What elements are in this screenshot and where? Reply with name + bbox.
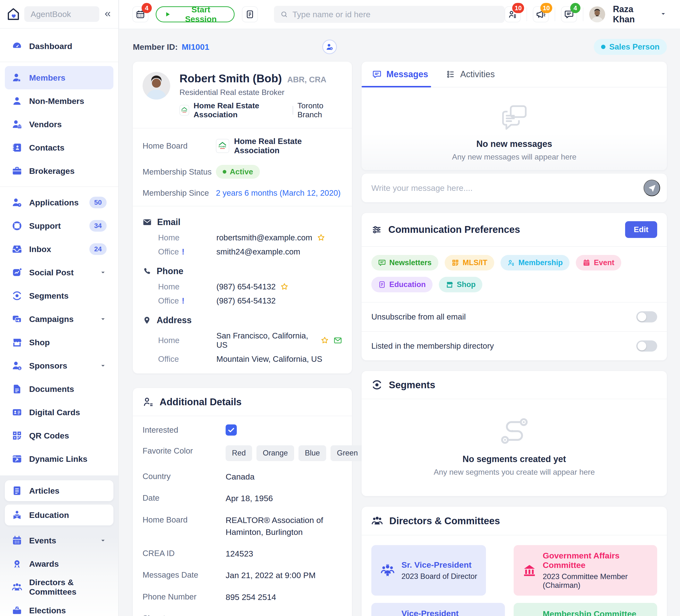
interested-checkbox[interactable]: [226, 424, 237, 436]
signature-image: steven jobs: [225, 610, 289, 616]
chat-icon: [372, 70, 381, 79]
committee-grid: Sr. Vice-President 2023 Board of Directo…: [362, 535, 667, 616]
sidebar-collapse-button[interactable]: [103, 10, 112, 19]
user-menu-chevron-icon[interactable]: [660, 10, 667, 19]
color-chip: Green: [331, 445, 364, 461]
branch-name: Toronto Branch: [298, 101, 342, 119]
directory-toggle-row: Listed in the membership directory: [362, 331, 667, 360]
star-icon[interactable]: [280, 283, 289, 291]
non-members-icon: [12, 96, 22, 106]
unsubscribe-toggle[interactable]: [636, 311, 657, 322]
sidebar-item-education[interactable]: Education: [5, 504, 113, 525]
announcements-badge: 10: [540, 3, 552, 13]
committee-card-sr-vice-president: Sr. Vice-President 2023 Board of Directo…: [371, 545, 486, 596]
message-input[interactable]: [371, 183, 644, 193]
sidebar-item-vendors[interactable]: Vendors: [5, 113, 113, 136]
star-icon[interactable]: [320, 336, 329, 345]
address-office-row: Office Mountain View, California, US: [143, 352, 342, 366]
sidebar-item-social-post[interactable]: Social Post: [5, 261, 113, 284]
sidebar-item-contacts[interactable]: Contacts: [5, 136, 113, 159]
tab-messages[interactable]: Messages: [372, 62, 428, 87]
events-icon: [12, 535, 22, 546]
profile-header: Robert Smith (Bob) ABR, CRA Residential …: [133, 62, 352, 128]
inbox-icon: [12, 244, 22, 255]
chip-mls-it: MLS/IT: [445, 255, 494, 270]
email-group: Email Home robertsmith@example.com Of: [133, 211, 352, 260]
sidebar-item-dashboard[interactable]: Dashboard: [5, 34, 113, 58]
messages-card: Messages Activities No new messages Any …: [362, 62, 667, 170]
send-button[interactable]: [644, 180, 660, 196]
sidebar-item-segments[interactable]: Segments: [5, 284, 113, 307]
route-icon: [499, 415, 530, 447]
agentbook-app: AgentBook Dashboard Members Non-Members …: [0, 0, 680, 616]
address-home-value: San Francisco, California, US: [217, 331, 316, 350]
member-designations: ABR, CRA: [287, 75, 327, 84]
support-count-badge: 34: [89, 220, 107, 232]
communication-preferences-card: Communication Preferences Edit Newslette…: [362, 213, 667, 360]
member-id-value[interactable]: MI1001: [182, 42, 209, 52]
search-input[interactable]: [292, 10, 498, 19]
chip-membership: Membership: [501, 255, 570, 270]
member-requests-button[interactable]: 10: [505, 6, 521, 22]
alert-icon: !: [182, 247, 185, 256]
member-billing-button[interactable]: [322, 39, 337, 54]
sidebar-item-articles[interactable]: Articles: [5, 480, 113, 501]
page-header: Member ID: MI1001 Sales Person: [133, 39, 667, 55]
additional-details-card: Additional Details Interested Favorite C…: [133, 388, 352, 616]
date-row: Date Apr 18, 1956: [133, 488, 352, 509]
sidebar-item-campaigns[interactable]: Campaigns: [5, 307, 113, 331]
directors-committees-card: Directors & Committees Sr. Vice-Presiden…: [362, 507, 667, 616]
sidebar-item-members[interactable]: Members: [5, 66, 113, 89]
messages-button[interactable]: 4: [561, 6, 577, 22]
sidebar-item-support[interactable]: Support 34: [5, 214, 113, 237]
sidebar-item-digital-cards[interactable]: Digital Cards: [5, 401, 113, 424]
start-session-button[interactable]: Start Session: [156, 6, 235, 22]
star-icon[interactable]: [317, 233, 325, 242]
user-avatar[interactable]: [589, 6, 605, 22]
chevron-down-icon: [99, 537, 107, 544]
person-check-icon: [507, 259, 515, 267]
person-details-icon: [143, 396, 154, 407]
directory-toggle[interactable]: [636, 341, 657, 352]
message-composer: [362, 174, 667, 202]
sidebar-item-qr-codes[interactable]: QR Codes: [5, 424, 113, 447]
color-chip: Blue: [299, 445, 326, 461]
status-dot-icon: [223, 170, 226, 174]
sidebar-item-inbox[interactable]: Inbox 24: [5, 237, 113, 261]
brand-name: AgentBook: [24, 6, 99, 22]
segments-empty-state: No segments created yet Any new segments…: [362, 399, 667, 496]
committee-card-membership: Membership Committee 2022 Committee Memb…: [514, 603, 657, 616]
home-board-logo-icon: [216, 139, 229, 153]
topbar: 4 Start Session 10 10 4: [119, 0, 680, 29]
sidebar-item-documents[interactable]: Documents: [5, 377, 113, 401]
member-title: Residential Real estate Broker: [179, 88, 342, 97]
sidebar-item-awards[interactable]: Awards: [5, 552, 113, 576]
chat-dots-icon: [378, 259, 386, 267]
calendar-button[interactable]: 4: [132, 6, 148, 22]
sidebar-item-elections[interactable]: Elections: [5, 599, 113, 616]
member-requests-badge: 10: [512, 3, 524, 13]
status-badge: Active: [216, 165, 260, 179]
members-icon: [12, 72, 22, 83]
announcements-button[interactable]: 10: [533, 6, 549, 22]
notes-button[interactable]: [242, 6, 258, 22]
sidebar-item-non-members[interactable]: Non-Members: [5, 89, 113, 113]
sidebar-item-brokerages[interactable]: Brokerages: [5, 159, 113, 183]
member-name: Robert Smith (Bob): [179, 72, 282, 85]
sidebar-item-directors-committees[interactable]: Directors & Committees: [5, 576, 113, 599]
tab-activities[interactable]: Activities: [446, 62, 495, 87]
chip-event: Event: [576, 255, 621, 270]
sidebar-item-sponsors[interactable]: Sponsors: [5, 354, 113, 377]
sidebar-item-shop[interactable]: Shop: [5, 331, 113, 354]
edit-preferences-button[interactable]: Edit: [625, 221, 657, 238]
sidebar-item-events[interactable]: Events: [5, 529, 113, 552]
home-board-value: Home Real Estate Association: [234, 137, 342, 155]
signature-row: Signature steven jobs: [133, 608, 352, 616]
committee-card-government-affairs: Government Affairs Committee 2023 Commit…: [514, 545, 657, 596]
email-home-row: Home robertsmith@example.com: [143, 231, 342, 245]
address-group: Address Home San Francisco, California, …: [133, 309, 352, 367]
role-dot-icon: [601, 45, 605, 49]
mail-address-icon[interactable]: [334, 336, 342, 345]
sidebar-item-applications[interactable]: Applications 50: [5, 191, 113, 214]
sidebar-item-dynamic-links[interactable]: Dynamic Links: [5, 447, 113, 471]
